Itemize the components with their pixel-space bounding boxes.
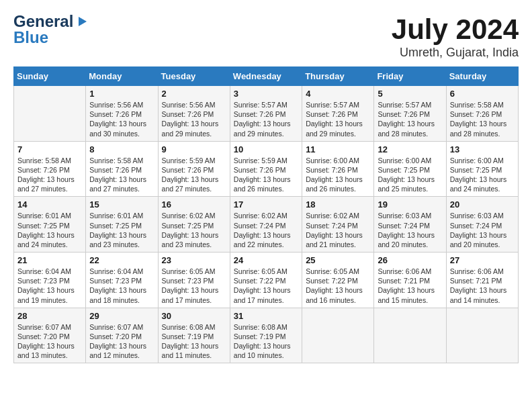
day-info: Sunrise: 5:56 AM Sunset: 7:26 PM Dayligh… <box>89 100 154 138</box>
calendar-cell: 23Sunrise: 6:05 AM Sunset: 7:23 PM Dayli… <box>158 253 230 308</box>
calendar-cell: 10Sunrise: 5:59 AM Sunset: 7:26 PM Dayli… <box>230 141 302 197</box>
day-number: 27 <box>450 255 515 265</box>
day-info: Sunrise: 6:00 AM Sunset: 7:25 PM Dayligh… <box>450 156 515 194</box>
day-info: Sunrise: 6:02 AM Sunset: 7:24 PM Dayligh… <box>234 211 298 249</box>
day-number: 22 <box>89 255 154 265</box>
calendar-cell: 3Sunrise: 5:57 AM Sunset: 7:26 PM Daylig… <box>230 86 302 142</box>
calendar-cell: 30Sunrise: 6:08 AM Sunset: 7:19 PM Dayli… <box>158 308 230 363</box>
calendar-cell: 16Sunrise: 6:02 AM Sunset: 7:25 PM Dayli… <box>158 197 230 253</box>
column-header-sunday: Sunday <box>14 67 86 86</box>
calendar-cell: 17Sunrise: 6:02 AM Sunset: 7:24 PM Dayli… <box>230 197 302 253</box>
day-number: 26 <box>378 255 442 265</box>
calendar-cell: 25Sunrise: 6:05 AM Sunset: 7:22 PM Dayli… <box>302 253 374 308</box>
calendar-week-row: 7Sunrise: 5:58 AM Sunset: 7:26 PM Daylig… <box>14 141 519 197</box>
day-number: 17 <box>234 199 298 210</box>
day-number: 10 <box>234 144 298 154</box>
day-number: 12 <box>378 144 442 154</box>
calendar-cell: 13Sunrise: 6:00 AM Sunset: 7:25 PM Dayli… <box>446 141 518 197</box>
day-number: 4 <box>306 89 370 99</box>
calendar-week-row: 28Sunrise: 6:07 AM Sunset: 7:20 PM Dayli… <box>14 308 519 363</box>
day-number: 23 <box>162 255 226 265</box>
month-year-title: July 2024 <box>392 13 519 46</box>
day-number: 8 <box>89 144 154 154</box>
day-info: Sunrise: 6:04 AM Sunset: 7:23 PM Dayligh… <box>17 267 82 305</box>
day-info: Sunrise: 5:56 AM Sunset: 7:26 PM Dayligh… <box>162 100 226 138</box>
day-number: 5 <box>378 89 442 99</box>
column-header-monday: Monday <box>86 67 158 86</box>
day-number: 21 <box>17 255 82 265</box>
day-number: 7 <box>17 144 82 154</box>
day-number: 28 <box>17 311 82 321</box>
calendar-cell: 5Sunrise: 5:57 AM Sunset: 7:26 PM Daylig… <box>374 86 446 142</box>
day-info: Sunrise: 6:05 AM Sunset: 7:23 PM Dayligh… <box>162 267 226 305</box>
day-number: 18 <box>306 199 370 210</box>
day-info: Sunrise: 6:01 AM Sunset: 7:25 PM Dayligh… <box>17 211 82 249</box>
calendar-cell: 19Sunrise: 6:03 AM Sunset: 7:24 PM Dayli… <box>374 197 446 253</box>
calendar-week-row: 21Sunrise: 6:04 AM Sunset: 7:23 PM Dayli… <box>14 253 519 308</box>
day-info: Sunrise: 6:01 AM Sunset: 7:25 PM Dayligh… <box>89 211 154 249</box>
calendar-cell: 4Sunrise: 5:57 AM Sunset: 7:26 PM Daylig… <box>302 86 374 142</box>
column-header-friday: Friday <box>374 67 446 86</box>
day-number: 1 <box>89 89 154 99</box>
day-info: Sunrise: 6:02 AM Sunset: 7:25 PM Dayligh… <box>162 211 226 249</box>
calendar-cell: 20Sunrise: 6:03 AM Sunset: 7:24 PM Dayli… <box>446 197 518 253</box>
calendar-title-block: July 2024 Umreth, Gujarat, India <box>392 13 519 60</box>
day-info: Sunrise: 5:57 AM Sunset: 7:26 PM Dayligh… <box>306 100 370 138</box>
calendar-week-row: 14Sunrise: 6:01 AM Sunset: 7:25 PM Dayli… <box>14 197 519 253</box>
logo: General Blue <box>13 13 89 46</box>
day-number: 6 <box>450 89 515 99</box>
day-number: 15 <box>89 199 154 210</box>
day-info: Sunrise: 5:58 AM Sunset: 7:26 PM Dayligh… <box>17 156 82 194</box>
day-info: Sunrise: 6:08 AM Sunset: 7:19 PM Dayligh… <box>234 322 298 361</box>
day-info: Sunrise: 5:57 AM Sunset: 7:26 PM Dayligh… <box>378 100 442 138</box>
day-number: 2 <box>162 89 226 99</box>
calendar-week-row: 1Sunrise: 5:56 AM Sunset: 7:26 PM Daylig… <box>14 86 519 142</box>
day-info: Sunrise: 6:00 AM Sunset: 7:25 PM Dayligh… <box>378 156 442 194</box>
calendar-header-row: SundayMondayTuesdayWednesdayThursdayFrid… <box>14 67 519 86</box>
calendar-cell: 1Sunrise: 5:56 AM Sunset: 7:26 PM Daylig… <box>86 86 158 142</box>
calendar-cell: 15Sunrise: 6:01 AM Sunset: 7:25 PM Dayli… <box>86 197 158 253</box>
calendar-cell: 7Sunrise: 5:58 AM Sunset: 7:26 PM Daylig… <box>14 141 86 197</box>
column-header-wednesday: Wednesday <box>230 67 302 86</box>
day-number: 20 <box>450 199 515 210</box>
location-subtitle: Umreth, Gujarat, India <box>392 46 519 60</box>
day-number: 29 <box>89 311 154 321</box>
day-number: 9 <box>162 144 226 154</box>
day-number: 25 <box>306 255 370 265</box>
logo-text: General <box>13 13 73 30</box>
calendar-cell: 28Sunrise: 6:07 AM Sunset: 7:20 PM Dayli… <box>14 308 86 363</box>
day-info: Sunrise: 6:04 AM Sunset: 7:23 PM Dayligh… <box>89 267 154 305</box>
day-info: Sunrise: 5:59 AM Sunset: 7:26 PM Dayligh… <box>162 156 226 194</box>
svg-marker-0 <box>79 17 87 26</box>
day-info: Sunrise: 6:06 AM Sunset: 7:21 PM Dayligh… <box>378 267 442 305</box>
day-info: Sunrise: 5:59 AM Sunset: 7:26 PM Dayligh… <box>234 156 298 194</box>
day-number: 31 <box>234 311 298 321</box>
calendar-cell <box>302 308 374 363</box>
calendar-cell: 21Sunrise: 6:04 AM Sunset: 7:23 PM Dayli… <box>14 253 86 308</box>
day-info: Sunrise: 5:58 AM Sunset: 7:26 PM Dayligh… <box>450 100 515 138</box>
calendar-cell: 26Sunrise: 6:06 AM Sunset: 7:21 PM Dayli… <box>374 253 446 308</box>
day-info: Sunrise: 6:07 AM Sunset: 7:20 PM Dayligh… <box>89 322 154 361</box>
column-header-saturday: Saturday <box>446 67 518 86</box>
calendar-cell: 31Sunrise: 6:08 AM Sunset: 7:19 PM Dayli… <box>230 308 302 363</box>
calendar-cell <box>14 86 86 142</box>
day-number: 3 <box>234 89 298 99</box>
calendar-cell: 2Sunrise: 5:56 AM Sunset: 7:26 PM Daylig… <box>158 86 230 142</box>
day-info: Sunrise: 6:06 AM Sunset: 7:21 PM Dayligh… <box>450 267 515 305</box>
calendar-cell: 6Sunrise: 5:58 AM Sunset: 7:26 PM Daylig… <box>446 86 518 142</box>
calendar-cell: 29Sunrise: 6:07 AM Sunset: 7:20 PM Dayli… <box>86 308 158 363</box>
logo-arrow-icon <box>75 14 89 29</box>
calendar-cell: 12Sunrise: 6:00 AM Sunset: 7:25 PM Dayli… <box>374 141 446 197</box>
day-number: 24 <box>234 255 298 265</box>
day-number: 19 <box>378 199 442 210</box>
calendar-cell: 27Sunrise: 6:06 AM Sunset: 7:21 PM Dayli… <box>446 253 518 308</box>
day-info: Sunrise: 6:07 AM Sunset: 7:20 PM Dayligh… <box>17 322 82 361</box>
day-info: Sunrise: 5:57 AM Sunset: 7:26 PM Dayligh… <box>234 100 298 138</box>
column-header-tuesday: Tuesday <box>158 67 230 86</box>
day-number: 11 <box>306 144 370 154</box>
day-info: Sunrise: 6:03 AM Sunset: 7:24 PM Dayligh… <box>450 211 515 249</box>
day-info: Sunrise: 5:58 AM Sunset: 7:26 PM Dayligh… <box>89 156 154 194</box>
day-info: Sunrise: 6:03 AM Sunset: 7:24 PM Dayligh… <box>378 211 442 249</box>
calendar-cell: 18Sunrise: 6:02 AM Sunset: 7:24 PM Dayli… <box>302 197 374 253</box>
calendar-cell: 22Sunrise: 6:04 AM Sunset: 7:23 PM Dayli… <box>86 253 158 308</box>
